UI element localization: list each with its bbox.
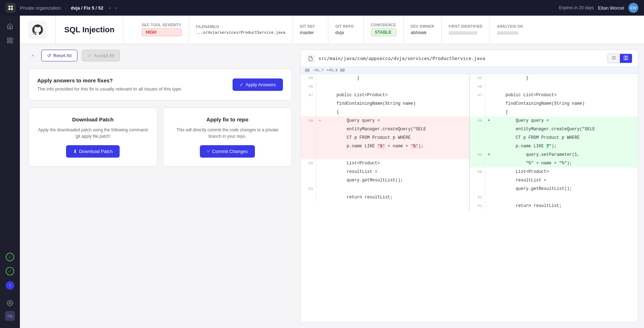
meta-git-repo-value: dvja: [335, 30, 356, 35]
diff-split-view: 45 } 46: [301, 74, 638, 210]
sidebar-item-projects[interactable]: [4, 34, 16, 47]
table-row: [301, 151, 469, 159]
sidebar: ✓ ✓ ↑ Org: [0, 16, 20, 328]
table-row: 45 }: [301, 74, 469, 82]
meta-git-ref-value: master: [300, 30, 321, 35]
diff-code: findContainingName(String name): [492, 99, 638, 108]
commit-button-label: Commit Changes: [212, 149, 247, 154]
meta-filename-value: ...o/dvja/services/ProductService.java: [196, 30, 285, 35]
expires-label: Expires in 20 days: [559, 5, 594, 10]
diff-code: List<Product>: [492, 168, 638, 176]
reset-all-button[interactable]: ↺ Reset All: [41, 50, 77, 61]
diff-code: p.name LIKE ?");: [492, 142, 638, 151]
diff-sign: [485, 99, 492, 108]
table-row: 51: [301, 185, 469, 193]
diff-code: findContainingName(String name): [323, 99, 469, 108]
diff-code: CT p FROM Product p WHERE: [492, 133, 638, 142]
line-num: 50: [470, 168, 485, 176]
meta-dev-owner-label: DEV OWNER: [411, 24, 434, 28]
line-num: [470, 133, 485, 142]
meta-dev-owner-value: abhisek: [411, 30, 434, 35]
diff-sign: [485, 91, 492, 99]
diff-code: [323, 151, 469, 159]
download-icon: ⬇: [73, 149, 77, 154]
diff-code: return resultList;: [492, 202, 638, 210]
accept-all-button[interactable]: ✓ Accept All: [82, 50, 120, 61]
step-upload: ↑: [6, 281, 14, 290]
analysis-on-placeholder: [497, 31, 518, 35]
apply-answers-button-label: Apply Answers: [246, 82, 276, 87]
meta-severity-label: SEC TOOL SEVERITY: [142, 23, 181, 27]
table-row: 50 List<Product>: [301, 159, 469, 168]
svg-rect-4: [7, 38, 9, 40]
unified-view-btn[interactable]: [608, 54, 620, 63]
diff-code: }: [492, 74, 638, 82]
table-row: 49 + query.setParameter(1,: [470, 151, 638, 159]
diff-code: Query query =: [323, 116, 469, 125]
diff-sign: [316, 168, 323, 176]
apply-answers-button[interactable]: ✓ Apply Answers: [233, 78, 283, 91]
diff-code: public List<Product>: [323, 91, 469, 99]
line-num: [470, 159, 485, 168]
apply-answers-text: Apply answers to more fixes? The info pr…: [37, 77, 182, 92]
line-num: 48: [470, 116, 485, 125]
table-row: 50 List<Product>: [470, 168, 638, 176]
diff-sign: [316, 133, 323, 142]
diff-sign: [485, 108, 492, 116]
table-row: 51: [470, 193, 638, 202]
table-row: 46: [470, 82, 638, 91]
diff-code: resultList =: [323, 168, 469, 176]
meta-analysis-on-label: ANALYSIS ON: [497, 24, 523, 28]
split-view-btn[interactable]: [620, 54, 632, 63]
right-panel: src/main/java/com/appsecco/dvja/services…: [300, 44, 644, 328]
collapse-button[interactable]: [28, 51, 37, 60]
svg-rect-3: [11, 8, 13, 10]
line-num: [301, 151, 316, 159]
accept-label: Accept All: [94, 53, 114, 58]
table-row: 46: [301, 82, 469, 91]
avatar: EW: [628, 3, 638, 13]
view-toggle[interactable]: [607, 54, 632, 63]
step-check-1: ✓: [6, 253, 14, 261]
svg-rect-5: [11, 38, 12, 40]
diff-sign: +: [485, 116, 492, 125]
line-num: 45: [301, 74, 316, 82]
table-row: entityManager.createQuery("SELE: [301, 125, 469, 133]
left-panel: ↺ Reset All ✓ Accept All Apply answers t…: [20, 44, 300, 328]
table-row: resultList =: [301, 168, 469, 176]
commit-changes-button[interactable]: ⑂ Commit Changes: [200, 145, 255, 158]
sidebar-item-settings[interactable]: [4, 297, 16, 310]
diff-sign: [316, 82, 323, 91]
prev-arrow[interactable]: ‹: [108, 4, 112, 11]
diff-sign: [485, 74, 492, 82]
svg-rect-1: [11, 6, 13, 7]
diff-sign: [485, 193, 492, 202]
diff-sign: [485, 168, 492, 176]
diff-left-side: 45 } 46: [301, 74, 470, 210]
diff-sign: [316, 185, 323, 193]
diff-code: [323, 82, 469, 91]
table-row: 47 public List<Product>: [301, 91, 469, 99]
meta-git-ref-label: GIT REF: [300, 24, 321, 28]
table-row: 48 + Query query =: [470, 116, 638, 125]
next-arrow[interactable]: ›: [114, 4, 118, 11]
diff-code: }: [323, 74, 469, 82]
nav-arrows[interactable]: ‹ ›: [108, 4, 118, 11]
line-num: 47: [301, 91, 316, 99]
line-num: [470, 125, 485, 133]
diff-sign: [316, 108, 323, 116]
meta-analysis-on: ANALYSIS ON: [490, 16, 530, 44]
diff-code: {: [492, 108, 638, 116]
sidebar-item-home[interactable]: [4, 20, 16, 33]
table-row: 45 }: [470, 74, 638, 82]
line-num: 50: [301, 159, 316, 168]
table-row: CT p FROM Product p WHERE: [470, 133, 638, 142]
apply-answers-title: Apply answers to more fixes?: [37, 77, 182, 83]
check-icon: ✓: [240, 82, 244, 87]
table-row: CT p FROM Product p WHERE: [301, 133, 469, 142]
line-num: 47: [470, 91, 485, 99]
code-viewer: src/main/java/com/appsecco/dvja/services…: [300, 50, 638, 322]
download-patch-button[interactable]: ⬇ Download Patch: [66, 145, 120, 158]
diff-code: entityManager.createQuery("SELE: [323, 125, 469, 133]
apply-answers-card: Apply answers to more fixes? The info pr…: [28, 69, 292, 100]
